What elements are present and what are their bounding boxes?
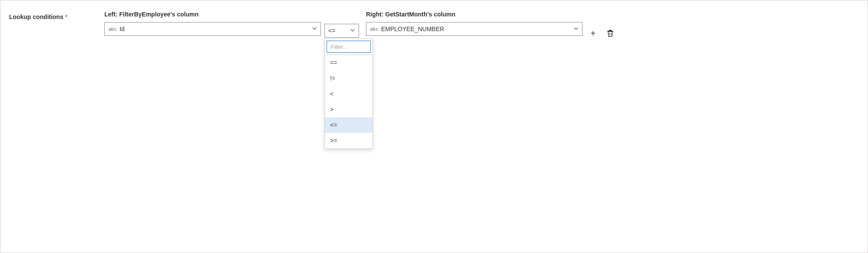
lookup-conditions-label: Lookup conditions xyxy=(9,13,63,20)
left-column-chevron-icon xyxy=(312,26,317,32)
operator-chevron-icon xyxy=(350,28,355,34)
operator-dropdown[interactable]: <= xyxy=(324,24,359,38)
right-column-header: Right: GetStartMonth's column xyxy=(366,11,583,19)
operator-option-gt[interactable]: > xyxy=(325,102,372,117)
left-type-badge: abc xyxy=(108,26,117,32)
fields-section: Left: FilterByEmployee's column abc Id <… xyxy=(104,11,859,40)
trash-icon xyxy=(606,29,614,37)
left-column-group: Left: FilterByEmployee's column abc Id xyxy=(104,11,321,36)
operator-option-gte[interactable]: >= xyxy=(325,133,372,148)
operator-menu: == != < > <= >= xyxy=(324,38,373,149)
svg-rect-0 xyxy=(609,30,612,31)
operator-value: <= xyxy=(328,27,350,34)
delete-condition-button[interactable] xyxy=(603,26,617,40)
action-buttons: + xyxy=(586,11,617,40)
required-indicator: * xyxy=(65,13,67,20)
right-type-badge: abc xyxy=(370,26,379,32)
right-column-dropdown[interactable]: abc EMPLOYEE_NUMBER xyxy=(366,22,583,36)
left-column-dropdown[interactable]: abc Id xyxy=(104,22,321,36)
lookup-conditions-panel: Lookup conditions * Left: FilterByEmploy… xyxy=(0,0,868,253)
right-column-value: EMPLOYEE_NUMBER xyxy=(381,26,573,32)
operator-section: <= == != < > <= >= xyxy=(324,11,359,38)
label-section: Lookup conditions * xyxy=(9,11,104,20)
filter-input-wrapper xyxy=(325,39,372,55)
right-column-chevron-icon xyxy=(573,26,579,32)
operator-option-lte[interactable]: <= xyxy=(325,117,372,133)
operator-option-neq[interactable]: != xyxy=(325,70,372,86)
right-column-group: Right: GetStartMonth's column abc EMPLOY… xyxy=(366,11,583,36)
operator-filter-input[interactable] xyxy=(327,41,371,53)
left-column-header: Left: FilterByEmployee's column xyxy=(104,11,321,19)
left-column-value: Id xyxy=(120,26,312,32)
add-icon: + xyxy=(590,29,596,38)
operator-option-eq[interactable]: == xyxy=(325,55,372,70)
operator-option-lt[interactable]: < xyxy=(325,86,372,102)
add-condition-button[interactable]: + xyxy=(586,26,600,40)
